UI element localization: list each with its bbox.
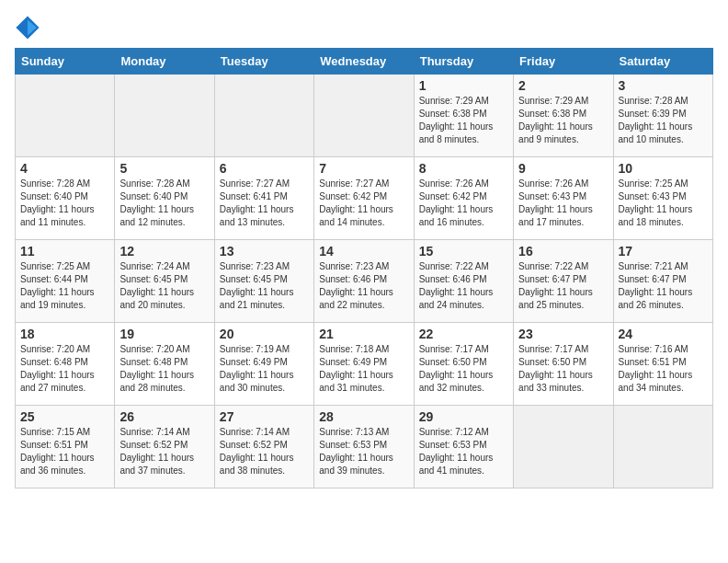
day-number: 10 xyxy=(619,161,708,176)
day-info: Sunrise: 7:28 AM Sunset: 6:40 PM Dayligh… xyxy=(20,178,95,227)
day-info: Sunrise: 7:25 AM Sunset: 6:43 PM Dayligh… xyxy=(619,178,693,227)
day-info: Sunrise: 7:18 AM Sunset: 6:49 PM Dayligh… xyxy=(319,344,393,393)
day-number: 25 xyxy=(20,409,109,424)
calendar-cell: 4Sunrise: 7:28 AM Sunset: 6:40 PM Daylig… xyxy=(16,157,115,240)
calendar-cell xyxy=(514,406,613,488)
day-info: Sunrise: 7:14 AM Sunset: 6:52 PM Dayligh… xyxy=(119,427,194,476)
day-info: Sunrise: 7:28 AM Sunset: 6:39 PM Dayligh… xyxy=(619,96,693,144)
calendar-cell: 19Sunrise: 7:20 AM Sunset: 6:48 PM Dayli… xyxy=(115,323,214,406)
day-number: 22 xyxy=(419,327,508,341)
calendar-cell: 14Sunrise: 7:23 AM Sunset: 6:46 PM Dayli… xyxy=(314,240,414,323)
day-info: Sunrise: 7:29 AM Sunset: 6:38 PM Dayligh… xyxy=(419,96,494,144)
day-info: Sunrise: 7:15 AM Sunset: 6:51 PM Dayligh… xyxy=(20,427,95,476)
day-number: 11 xyxy=(20,244,109,259)
day-info: Sunrise: 7:13 AM Sunset: 6:53 PM Dayligh… xyxy=(319,427,393,476)
day-number: 29 xyxy=(419,409,508,424)
day-number: 24 xyxy=(619,327,708,341)
calendar-cell: 29Sunrise: 7:12 AM Sunset: 6:53 PM Dayli… xyxy=(414,406,513,488)
day-number: 3 xyxy=(619,78,708,93)
calendar-cell: 8Sunrise: 7:26 AM Sunset: 6:42 PM Daylig… xyxy=(414,157,513,240)
calendar-table: SundayMondayTuesdayWednesdayThursdayFrid… xyxy=(15,48,713,488)
day-info: Sunrise: 7:20 AM Sunset: 6:48 PM Dayligh… xyxy=(119,344,194,393)
day-number: 26 xyxy=(119,409,209,424)
calendar-cell: 10Sunrise: 7:25 AM Sunset: 6:43 PM Dayli… xyxy=(613,157,712,240)
day-header-saturday: Saturday xyxy=(613,49,712,75)
day-info: Sunrise: 7:28 AM Sunset: 6:40 PM Dayligh… xyxy=(119,178,194,227)
day-number: 27 xyxy=(220,409,309,424)
day-header-tuesday: Tuesday xyxy=(214,49,313,75)
calendar-cell: 2Sunrise: 7:29 AM Sunset: 6:38 PM Daylig… xyxy=(514,75,613,157)
day-number: 6 xyxy=(220,161,309,176)
calendar-body: 1Sunrise: 7:29 AM Sunset: 6:38 PM Daylig… xyxy=(16,75,713,488)
day-number: 8 xyxy=(419,161,508,176)
day-info: Sunrise: 7:22 AM Sunset: 6:47 PM Dayligh… xyxy=(518,261,593,310)
day-info: Sunrise: 7:16 AM Sunset: 6:51 PM Dayligh… xyxy=(619,344,693,393)
calendar-header: SundayMondayTuesdayWednesdayThursdayFrid… xyxy=(16,49,713,75)
day-number: 20 xyxy=(220,327,309,341)
day-info: Sunrise: 7:23 AM Sunset: 6:46 PM Dayligh… xyxy=(319,261,393,310)
week-row-4: 18Sunrise: 7:20 AM Sunset: 6:48 PM Dayli… xyxy=(16,323,713,406)
week-row-5: 25Sunrise: 7:15 AM Sunset: 6:51 PM Dayli… xyxy=(16,406,713,488)
calendar-cell: 12Sunrise: 7:24 AM Sunset: 6:45 PM Dayli… xyxy=(115,240,214,323)
day-info: Sunrise: 7:21 AM Sunset: 6:47 PM Dayligh… xyxy=(619,261,693,310)
calendar-cell: 18Sunrise: 7:20 AM Sunset: 6:48 PM Dayli… xyxy=(16,323,115,406)
day-number: 18 xyxy=(20,327,109,341)
calendar-cell: 24Sunrise: 7:16 AM Sunset: 6:51 PM Dayli… xyxy=(613,323,712,406)
day-number: 4 xyxy=(20,161,109,176)
day-header-wednesday: Wednesday xyxy=(314,49,414,75)
calendar-cell: 7Sunrise: 7:27 AM Sunset: 6:42 PM Daylig… xyxy=(314,157,414,240)
day-header-sunday: Sunday xyxy=(16,49,115,75)
calendar-cell: 13Sunrise: 7:23 AM Sunset: 6:45 PM Dayli… xyxy=(214,240,313,323)
calendar-cell: 16Sunrise: 7:22 AM Sunset: 6:47 PM Dayli… xyxy=(514,240,613,323)
day-number: 9 xyxy=(518,161,608,176)
day-header-thursday: Thursday xyxy=(414,49,513,75)
day-info: Sunrise: 7:25 AM Sunset: 6:44 PM Dayligh… xyxy=(20,261,95,310)
calendar-cell: 17Sunrise: 7:21 AM Sunset: 6:47 PM Dayli… xyxy=(613,240,712,323)
day-number: 19 xyxy=(119,327,209,341)
calendar-cell: 22Sunrise: 7:17 AM Sunset: 6:50 PM Dayli… xyxy=(414,323,513,406)
day-number: 21 xyxy=(319,327,408,341)
calendar-cell xyxy=(613,406,712,488)
calendar-cell: 28Sunrise: 7:13 AM Sunset: 6:53 PM Dayli… xyxy=(314,406,414,488)
calendar-cell xyxy=(16,75,115,157)
calendar-cell: 5Sunrise: 7:28 AM Sunset: 6:40 PM Daylig… xyxy=(115,157,214,240)
logo xyxy=(15,15,44,40)
day-info: Sunrise: 7:26 AM Sunset: 6:43 PM Dayligh… xyxy=(518,178,593,227)
calendar-cell: 26Sunrise: 7:14 AM Sunset: 6:52 PM Dayli… xyxy=(115,406,214,488)
day-info: Sunrise: 7:14 AM Sunset: 6:52 PM Dayligh… xyxy=(220,427,294,476)
day-info: Sunrise: 7:26 AM Sunset: 6:42 PM Dayligh… xyxy=(419,178,494,227)
calendar-cell: 11Sunrise: 7:25 AM Sunset: 6:44 PM Dayli… xyxy=(16,240,115,323)
day-number: 13 xyxy=(220,244,309,259)
calendar-cell: 1Sunrise: 7:29 AM Sunset: 6:38 PM Daylig… xyxy=(414,75,513,157)
day-number: 28 xyxy=(319,409,408,424)
day-info: Sunrise: 7:17 AM Sunset: 6:50 PM Dayligh… xyxy=(518,344,593,393)
day-number: 12 xyxy=(119,244,209,259)
day-info: Sunrise: 7:12 AM Sunset: 6:53 PM Dayligh… xyxy=(419,427,494,476)
day-number: 17 xyxy=(619,244,708,259)
calendar-cell: 3Sunrise: 7:28 AM Sunset: 6:39 PM Daylig… xyxy=(613,75,712,157)
day-number: 14 xyxy=(319,244,408,259)
calendar-cell xyxy=(314,75,414,157)
logo-icon xyxy=(15,15,40,40)
day-number: 5 xyxy=(119,161,209,176)
day-number: 1 xyxy=(419,78,508,93)
week-row-2: 4Sunrise: 7:28 AM Sunset: 6:40 PM Daylig… xyxy=(16,157,713,240)
header-row: SundayMondayTuesdayWednesdayThursdayFrid… xyxy=(16,49,713,75)
day-header-friday: Friday xyxy=(514,49,613,75)
calendar-cell: 15Sunrise: 7:22 AM Sunset: 6:46 PM Dayli… xyxy=(414,240,513,323)
day-info: Sunrise: 7:23 AM Sunset: 6:45 PM Dayligh… xyxy=(220,261,294,310)
day-info: Sunrise: 7:27 AM Sunset: 6:42 PM Dayligh… xyxy=(319,178,393,227)
calendar-cell: 20Sunrise: 7:19 AM Sunset: 6:49 PM Dayli… xyxy=(214,323,313,406)
calendar-cell xyxy=(214,75,313,157)
day-number: 16 xyxy=(518,244,608,259)
day-info: Sunrise: 7:24 AM Sunset: 6:45 PM Dayligh… xyxy=(119,261,194,310)
calendar-cell: 27Sunrise: 7:14 AM Sunset: 6:52 PM Dayli… xyxy=(214,406,313,488)
day-number: 23 xyxy=(518,327,608,341)
day-number: 7 xyxy=(319,161,408,176)
day-header-monday: Monday xyxy=(115,49,214,75)
day-info: Sunrise: 7:29 AM Sunset: 6:38 PM Dayligh… xyxy=(518,96,593,144)
day-info: Sunrise: 7:19 AM Sunset: 6:49 PM Dayligh… xyxy=(220,344,294,393)
calendar-cell: 25Sunrise: 7:15 AM Sunset: 6:51 PM Dayli… xyxy=(16,406,115,488)
calendar-cell: 9Sunrise: 7:26 AM Sunset: 6:43 PM Daylig… xyxy=(514,157,613,240)
calendar-cell: 6Sunrise: 7:27 AM Sunset: 6:41 PM Daylig… xyxy=(214,157,313,240)
